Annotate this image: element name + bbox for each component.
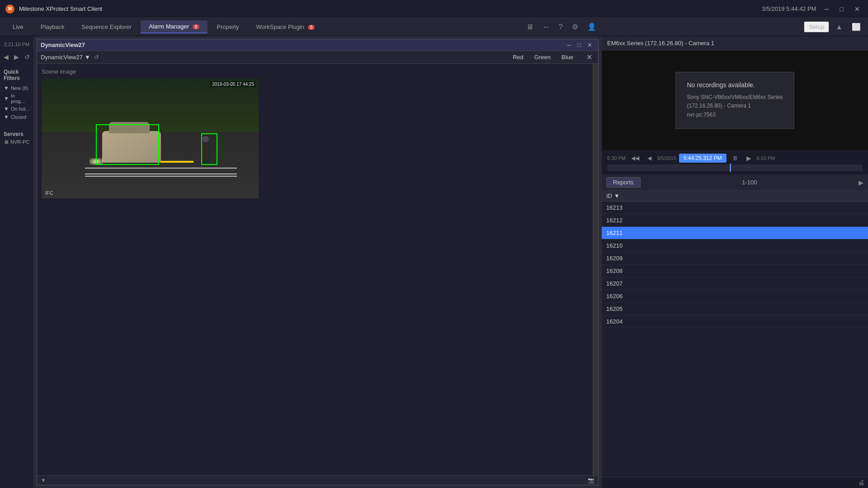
alarm-row[interactable]: 16207 [602,277,868,290]
setup-bar: Setup ▲ ⬜ [804,21,863,33]
filter-new[interactable]: ▼ New (8) [4,84,30,92]
no-recording-box: No recordings available. Sony SNC-VB6xx/… [675,72,794,129]
setup-button[interactable]: Setup [804,21,829,33]
alarm-id-cell: 16209 [606,255,642,262]
alarm-row[interactable]: 16210 [602,239,868,252]
quick-filters-section: Quick Filters ▼ New (8) ▼ In prog... ▼ O… [2,65,32,125]
timeline-back-btn[interactable]: ◀ [645,154,654,162]
alarm-table: ID ▼ 16213162121621116210162091620816207… [602,191,868,477]
print-button[interactable]: 🖨 [858,479,864,486]
nav-back-button[interactable]: ◀ [2,52,10,61]
dv-window-title: DynamicView27 [41,42,85,48]
tab-sequence-explorer[interactable]: Sequence Explorer [74,21,140,33]
expand-icon[interactable]: ⬜ [849,22,863,32]
alarm-row[interactable]: 16204 [602,315,868,328]
server-nvrpc[interactable]: 🖥 NVR-PC [4,139,30,145]
timeline-pause-btn[interactable]: ⏸ [729,154,741,163]
tab-alarm-manager[interactable]: Alarm Manager 8 [141,20,208,33]
window-close-button[interactable]: ✕ [852,5,863,14]
tab-live[interactable]: Live [5,21,32,33]
dynamic-view-window: DynamicView27 ─ □ ✕ DynamicView27 ▼ ↺ Re… [37,39,599,485]
crosswalk-line3 [85,176,237,177]
timeline-track[interactable] [607,164,863,171]
alarm-col-header: ID ▼ [602,191,868,202]
dv-toolbar-right: Red Green Blue ✕ [513,52,594,62]
center-panel: DynamicView27 ─ □ ✕ DynamicView27 ▼ ↺ Re… [34,36,601,488]
col-sort-icon[interactable]: ▼ [614,192,620,199]
dv-maximize-button[interactable]: □ [575,41,583,49]
tab-workspace-plugin[interactable]: WorkSpace Plugin 8 [248,21,323,33]
bounding-box-person [201,133,217,165]
filter-onhold[interactable]: ▼ On hol... [4,105,30,113]
app-icon: M [5,5,14,14]
scene-image-label: Scene image [42,68,588,75]
settings-icon[interactable]: ⚙ [569,22,581,32]
sidebar: 2:21:10 PM ◀ ▶ ↺ Quick Filters ▼ New (8)… [0,36,34,488]
user-icon[interactable]: 👤 [585,22,599,32]
alarm-row[interactable]: 16209 [602,252,868,265]
timeline-current-time: 5:44:25.312 PM [679,154,726,163]
dv-snapshot-btn[interactable]: 📷 [588,477,594,483]
timeline-indicator [730,164,731,172]
maximize-button[interactable]: □ [837,5,846,14]
reports-button[interactable]: Reports [606,177,641,188]
nav-refresh-button[interactable]: ↺ [23,52,32,61]
filter-new-icon: ▼ [4,85,9,91]
next-page-btn[interactable]: ▶ [859,179,863,186]
monitor-icon[interactable]: 🖥 [524,22,536,32]
color-green-label[interactable]: Green [534,54,551,61]
nav-forward-button[interactable]: ▶ [12,52,21,61]
col-id-header: ID ▼ [606,192,642,199]
tab-property[interactable]: Property [208,21,247,33]
timeline-row: 5:30 PM ◀◀ ◀ 3/5/2019 5:44:25.312 PM ⏸ ▶… [607,154,863,163]
alarm-row[interactable]: 16208 [602,265,868,277]
title-bar-left: M Milestone XProtect Smart Client [5,5,102,14]
filter-onhold-icon: ▼ [4,106,9,112]
dv-scrollbar[interactable] [593,64,598,475]
timeline-prev-btn[interactable]: ◀◀ [628,154,642,162]
scene-timestamp: 2019-03-05 17 44:25 [210,81,256,87]
timeline-play-btn[interactable]: ▶ [744,154,754,163]
camera-switch-icon[interactable]: ↔ [540,22,552,32]
bounding-box-car [96,124,159,165]
alarm-id-cell: 16213 [606,204,642,211]
alarm-row[interactable]: 16205 [602,303,868,315]
nav-icons: 🖥 ↔ ? ⚙ 👤 [524,22,599,32]
scene-watermark: IFC [45,190,53,196]
filter-inprogress[interactable]: ▼ In prog... [4,92,30,105]
dv-close-button[interactable]: ✕ [585,41,594,49]
minimize-button[interactable]: ─ [822,5,832,14]
dv-scroll-down-btn[interactable]: ▼ [41,477,46,483]
filter-closed[interactable]: ▼ Closed [4,113,30,121]
scene-image-container: 2019-03-05 17 44:25 IFC [42,79,259,198]
alarm-row[interactable]: 16213 [602,202,868,214]
dv-view-name: DynamicView27 [41,54,83,61]
dv-titlebar: DynamicView27 ─ □ ✕ [37,39,598,51]
help-icon[interactable]: ? [556,22,566,32]
server-icon: 🖥 [4,139,9,145]
alarm-row[interactable]: 16212 [602,214,868,227]
no-recording-detail3: nvr-pc:7563 [687,111,783,119]
dv-name-dropdown[interactable]: DynamicView27 ▼ [41,54,90,61]
alarm-list-header: Reports 1-100 ▶ [602,174,868,191]
no-recording-title: No recordings available. [687,81,783,89]
camera-header: EM6xx Series (172.16.26.80) - Camera 1 [602,36,868,51]
alarm-id-cell: 16206 [606,293,642,300]
dv-minimize-button[interactable]: ─ [565,41,573,49]
color-blue-label[interactable]: Blue [561,54,573,61]
alarm-row[interactable]: 16211 [602,227,868,239]
dv-content: Scene image [37,64,593,475]
tab-playback[interactable]: Playback [33,21,73,33]
filter-closed-label: Closed [11,114,26,120]
alarm-id-cell: 16205 [606,305,642,312]
dv-refresh-icon[interactable]: ↺ [94,54,99,61]
color-red-label[interactable]: Red [513,54,524,61]
server-name: NVR-PC [10,139,29,145]
collapse-icon[interactable]: ▲ [833,22,845,32]
alarm-badge: 8 [193,24,200,29]
alarm-row[interactable]: 16206 [602,290,868,303]
scene-image: 2019-03-05 17 44:25 IFC [42,79,259,198]
nav-bar: Live Playback Sequence Explorer Alarm Ma… [0,18,868,36]
dv-toolbar-close[interactable]: ✕ [584,52,594,62]
filter-onhold-label: On hol... [11,106,30,112]
